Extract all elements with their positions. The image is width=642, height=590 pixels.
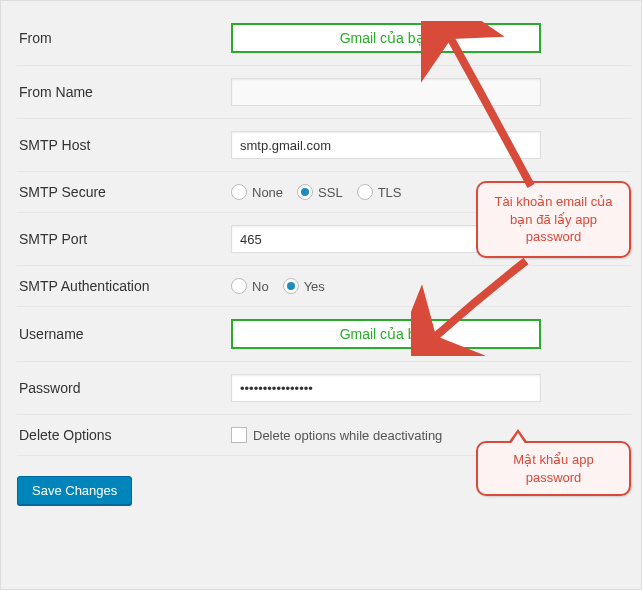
- save-button[interactable]: Save Changes: [17, 476, 132, 505]
- label-smtp-secure: SMTP Secure: [17, 184, 231, 200]
- label-from-name: From Name: [17, 84, 231, 100]
- settings-form: From Gmail của bạn From Name SMTP Host S…: [0, 0, 642, 590]
- smtp-auth-group: No Yes: [231, 278, 631, 294]
- radio-secure-none[interactable]: None: [231, 184, 283, 200]
- label-delete-options: Delete Options: [17, 427, 231, 443]
- label-password: Password: [17, 380, 231, 396]
- username-highlight[interactable]: Gmail của bạn: [231, 319, 541, 349]
- row-username: Username Gmail của bạn: [17, 307, 631, 362]
- row-password: Password: [17, 362, 631, 415]
- label-from: From: [17, 30, 231, 46]
- row-smtp-auth: SMTP Authentication No Yes: [17, 266, 631, 307]
- radio-secure-tls[interactable]: TLS: [357, 184, 402, 200]
- callout-email-hint: Tài khoản email của bạn đã lấy app passw…: [476, 181, 631, 258]
- password-input[interactable]: [231, 374, 541, 402]
- delete-options-text: Delete options while deactivating: [253, 428, 442, 443]
- label-username: Username: [17, 326, 231, 342]
- row-smtp-host: SMTP Host: [17, 119, 631, 172]
- callout-password-hint: Mật khẩu app password: [476, 441, 631, 496]
- row-from-name: From Name: [17, 66, 631, 119]
- label-smtp-host: SMTP Host: [17, 137, 231, 153]
- radio-auth-yes[interactable]: Yes: [283, 278, 325, 294]
- smtp-host-input[interactable]: [231, 131, 541, 159]
- row-from: From Gmail của bạn: [17, 11, 631, 66]
- from-highlight[interactable]: Gmail của bạn: [231, 23, 541, 53]
- label-smtp-auth: SMTP Authentication: [17, 278, 231, 294]
- from-name-input[interactable]: [231, 78, 541, 106]
- radio-secure-ssl[interactable]: SSL: [297, 184, 343, 200]
- delete-options-checkbox[interactable]: [231, 427, 247, 443]
- label-smtp-port: SMTP Port: [17, 231, 231, 247]
- radio-auth-no[interactable]: No: [231, 278, 269, 294]
